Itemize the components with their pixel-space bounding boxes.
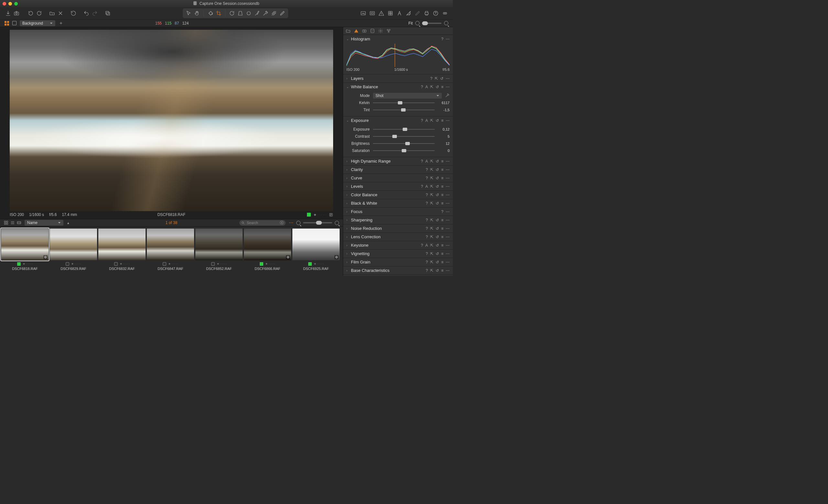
thumb-zoom-out-icon[interactable] [296,221,300,225]
warning-triangle-icon[interactable] [378,10,385,17]
tool-action-icon[interactable]: ≡ [441,235,444,239]
metadata-icon[interactable] [329,213,333,217]
grid-overlay-icon[interactable] [387,10,394,17]
zoom-out-icon[interactable] [415,21,419,25]
window-maximize-button[interactable] [14,2,18,5]
capture-icon[interactable] [13,10,20,17]
tool-action-icon[interactable]: ⋯ [446,235,450,239]
redo-icon[interactable] [91,10,98,17]
tool-action-icon[interactable]: ⇱ [430,268,433,273]
tool-action-icon[interactable]: ↺ [436,243,439,248]
section-header-bw[interactable]: ›Black & White?⇱↺≡⋯ [343,199,453,207]
multi-view-icon[interactable] [4,21,9,26]
tool-action-icon[interactable]: ↺ [436,184,439,189]
section-header-vignetting[interactable]: ›Vignetting?⇱↺≡⋯ [343,249,453,258]
tool-action-icon[interactable]: ≡ [441,159,444,164]
tool-action-icon[interactable]: ? [426,226,428,231]
exp-contrast-slider[interactable] [373,134,435,139]
tool-action-icon[interactable]: ≡ [441,184,444,189]
rotate-tool-icon[interactable] [228,9,236,17]
section-header-film_grain[interactable]: ›Film Grain?⇱↺≡⋯ [343,258,453,266]
tab-adjustments-icon[interactable] [370,29,375,33]
thumb-checkbox[interactable] [66,262,69,266]
sort-select[interactable]: Name [25,220,64,226]
grid-view-icon[interactable] [4,221,8,225]
tool-action-icon[interactable]: ? [421,243,423,248]
export-arrow-icon[interactable] [405,10,412,17]
import-icon[interactable] [4,10,12,17]
single-view-icon[interactable] [12,21,16,25]
tool-action-icon[interactable]: ? [421,159,423,164]
tool-action-icon[interactable]: ⋯ [446,184,450,189]
thumb-checkbox[interactable] [211,262,215,266]
infinity-icon[interactable] [441,10,448,17]
window-close-button[interactable] [3,2,6,5]
tool-action-icon[interactable]: ⋯ [446,159,450,164]
wb-tint-slider[interactable] [373,108,435,112]
spot-tool-icon[interactable] [245,9,253,17]
exp-exposure-slider[interactable] [373,127,435,132]
tool-action-icon[interactable]: ⇱ [430,243,433,248]
add-layer-button[interactable]: ＋ [58,20,64,26]
tool-action-icon[interactable]: ⋯ [446,168,450,172]
thumb-zoom-slider[interactable] [303,222,332,223]
text-icon[interactable] [396,10,403,17]
section-header-focus[interactable]: ›Focus?⋯ [343,208,453,216]
tool-action-icon[interactable]: ? [421,184,423,189]
filmstrip-view-icon[interactable] [17,221,22,225]
thumb-rating[interactable]: ★ ····· [265,262,275,265]
section-header-clarity[interactable]: ›Clarity?⇱↺≡⋯ [343,166,453,174]
thumbnail-card[interactable]: ⚙★ ·····DSCF6866.RAF [244,229,291,275]
tool-action-icon[interactable]: ⇱ [430,226,433,231]
tool-action-icon[interactable]: ≡ [441,168,444,172]
section-header-noise[interactable]: ›Noise Reduction?⇱↺≡⋯ [343,224,453,232]
tool-action-icon[interactable]: ? [426,176,428,180]
tool-action-icon[interactable]: ≡ [441,218,444,222]
sort-direction-icon[interactable]: ▲ [67,221,70,225]
tool-action-icon[interactable]: ⇱ [430,201,433,205]
section-header-base_char[interactable]: ›Base Characteristics?⇱↺≡⋯ [343,266,453,274]
viewer-zoom-slider[interactable] [422,22,442,24]
tool-action-icon[interactable]: ⇱ [430,176,433,180]
tool-action-icon[interactable]: A [425,159,428,164]
thumb-color-tag[interactable] [17,262,21,266]
tool-action-icon[interactable]: ⋯ [446,260,450,265]
exposure-warning-icon[interactable] [360,10,367,17]
wb-eyedropper-icon[interactable] [445,93,450,99]
tool-action-icon[interactable]: ≡ [441,243,444,248]
section-header-levels[interactable]: ›Levels?A⇱↺≡⋯ [343,182,453,190]
focus-mask-icon[interactable] [369,10,376,17]
search-input[interactable] [246,221,279,225]
tool-action-icon[interactable]: ⋯ [446,193,450,197]
section-header-layers[interactable]: › Layers ?⇱↺⋯ [343,74,453,83]
exp-saturation-slider[interactable] [373,148,435,153]
tool-action-icon[interactable]: ⇱ [430,260,433,265]
thumb-rating[interactable]: ★ ····· [168,262,178,265]
tool-action-icon[interactable]: ? [426,168,428,172]
section-header-histogram[interactable]: ⌄ Histogram ?⋯ [343,35,453,43]
undo-icon[interactable] [83,10,90,17]
edit-with-icon[interactable] [414,10,421,17]
tool-action-icon[interactable]: ≡ [441,201,444,205]
tool-action-icon[interactable]: ? [426,251,428,256]
tool-action-icon[interactable]: ? [426,201,428,205]
annotation-tool-icon[interactable] [279,9,286,17]
tool-action-icon[interactable]: ↺ [436,251,439,256]
tool-action-icon[interactable]: ? [426,260,428,265]
section-header-exposure[interactable]: ⌄ Exposure ?A⇱↺≡⋯ [343,117,453,125]
window-minimize-button[interactable] [8,2,12,5]
rotate-left-icon[interactable] [27,10,34,17]
thumbnail-card[interactable]: ⚙★ ·····DSCF6818.RAF [1,229,48,275]
tab-settings-icon[interactable] [378,29,383,33]
section-header-color_balance[interactable]: ›Color Balance?⇱↺≡⋯ [343,191,453,199]
menu-icon[interactable]: ⋯ [446,37,450,41]
wb-kelvin-slider[interactable] [373,100,435,105]
tool-action-icon[interactable]: ⇱ [430,235,433,239]
exp-brightness-slider[interactable] [373,141,435,146]
tool-action-icon[interactable]: ⋯ [446,251,450,256]
tool-action-icon[interactable]: A [425,243,428,248]
help-icon[interactable] [432,10,439,17]
section-header-hdr[interactable]: ›High Dynamic Range?A⇱↺≡⋯ [343,157,453,165]
keystone-tool-icon[interactable] [237,9,244,17]
move-to-folder-icon[interactable] [48,10,56,17]
